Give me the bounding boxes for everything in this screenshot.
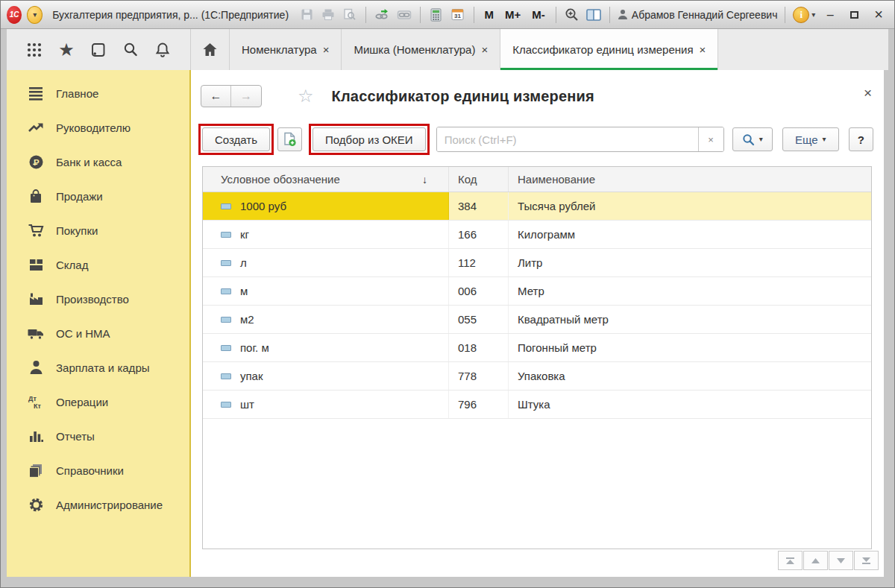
history-button[interactable]: [87, 39, 110, 61]
search-icon: [122, 42, 139, 58]
panel-icons: ★: [7, 29, 191, 70]
go-previous-button[interactable]: [803, 551, 828, 570]
sidebar-item-bank-i-kassa[interactable]: P Банк и касса: [7, 145, 189, 179]
row-name: Погонный метр: [509, 334, 871, 361]
memory-button[interactable]: M: [482, 5, 497, 25]
row-code: 006: [449, 277, 509, 305]
row-code: 166: [449, 221, 509, 248]
element-dash-icon: [221, 317, 231, 323]
back-button[interactable]: ←: [201, 86, 231, 107]
table-row[interactable]: м 006 Метр: [203, 277, 871, 306]
close-window-button[interactable]: ×: [869, 6, 888, 24]
row-code: 384: [449, 192, 509, 220]
calendar-button[interactable]: 31: [450, 5, 466, 25]
table-row[interactable]: упак 778 Упаковка: [203, 362, 871, 391]
close-form-button[interactable]: ×: [864, 85, 872, 101]
go-first-button[interactable]: [778, 551, 803, 570]
sidebar-item-proizvodstvo[interactable]: Производство: [7, 282, 189, 316]
sidebar-item-pokupki[interactable]: Покупки: [7, 213, 189, 247]
memory-minus-button[interactable]: M-: [529, 5, 548, 25]
print-button[interactable]: [320, 5, 336, 25]
search-icon: [742, 133, 755, 146]
current-user[interactable]: Абрамов Геннадий Сергеевич: [618, 9, 778, 21]
sidebar-item-prodazhi[interactable]: Продажи: [7, 179, 189, 213]
tab-home[interactable]: [191, 29, 230, 70]
favorites-button[interactable]: ★: [55, 39, 78, 61]
calculator-button[interactable]: [427, 5, 444, 25]
table-row[interactable]: кг 166 Килограмм: [203, 221, 871, 249]
sidebar-item-spravochniki[interactable]: Справочники: [7, 453, 189, 487]
sidebar-item-label: Склад: [56, 259, 88, 271]
sidebar-item-zarplata-i-kadry[interactable]: Зарплата и кадры: [7, 350, 189, 385]
sidebar-item-os-i-nma[interactable]: ОС и НМА: [7, 316, 189, 350]
table-row[interactable]: 1000 руб 384 Тысяча рублей: [203, 192, 871, 221]
sidebar-item-label: Руководителю: [56, 121, 131, 134]
app-window: 1С ▾ Бухгалтерия предприятия, р... (1С:П…: [0, 0, 895, 588]
sidebar-item-sklad[interactable]: Склад: [7, 247, 189, 282]
table-row[interactable]: пог. м 018 Погонный метр: [203, 334, 871, 362]
close-icon[interactable]: ×: [481, 43, 488, 56]
tab-klassifikator-edinic[interactable]: Классификатор единиц измерения ×: [500, 29, 718, 70]
split-window-button[interactable]: [585, 5, 602, 25]
column-header-code[interactable]: Код: [449, 167, 509, 192]
column-header-name[interactable]: Наименование: [509, 167, 871, 192]
search-input[interactable]: [437, 127, 698, 151]
info-button[interactable]: i ▾: [793, 5, 815, 25]
close-icon[interactable]: ×: [323, 43, 330, 56]
sidebar-item-otchety[interactable]: Отчеты: [7, 419, 189, 453]
sidebar-item-administrirovanie[interactable]: Администрирование: [7, 487, 189, 522]
go-to-link-button[interactable]: [374, 5, 390, 25]
preview-icon: [343, 8, 357, 21]
notifications-button[interactable]: [151, 39, 174, 61]
all-functions-button[interactable]: [23, 39, 45, 61]
print-preview-button[interactable]: [342, 5, 358, 25]
clear-search-button[interactable]: ×: [698, 127, 723, 151]
sidebar-item-glavnoe[interactable]: Главное: [7, 76, 189, 110]
sidebar-item-operatsii[interactable]: ДтКт Операции: [7, 385, 189, 419]
create-new-from-button[interactable]: [277, 127, 302, 151]
go-next-button[interactable]: [829, 551, 853, 570]
sidebar-item-label: Отчеты: [56, 430, 95, 443]
tab-nomenklatura[interactable]: Номенклатура ×: [230, 29, 342, 70]
search-options-button[interactable]: ▾: [732, 127, 773, 151]
chevron-down-icon: ▾: [811, 11, 815, 19]
row-symbol: л: [240, 256, 247, 269]
window-title: Бухгалтерия предприятия, р... (1С:Предпр…: [52, 9, 289, 21]
separator: [365, 7, 366, 23]
create-button[interactable]: Создать: [202, 127, 270, 151]
go-last-button[interactable]: [854, 551, 879, 570]
tab-label: Мишка (Номенклатура): [354, 43, 475, 56]
save-button[interactable]: [298, 5, 315, 25]
forward-button[interactable]: →: [231, 86, 261, 107]
info-icon: i: [793, 7, 809, 23]
table-row[interactable]: м2 055 Квадратный метр: [203, 306, 871, 334]
ruble-circle-icon: P: [26, 154, 45, 170]
maximize-button[interactable]: [845, 6, 864, 24]
grid-menu-icon: [26, 42, 43, 58]
column-header-symbol[interactable]: Условное обозначение ↓: [203, 167, 449, 192]
form-toolbar: Создать Подбор из ОКЕИ × ▾ Еще: [198, 122, 873, 157]
global-search-button[interactable]: [119, 39, 142, 61]
sidebar-item-rukovoditelyu[interactable]: Руководителю: [7, 110, 189, 145]
warehouse-icon: [26, 258, 45, 272]
user-icon: [618, 9, 628, 20]
element-dash-icon: [221, 373, 231, 379]
main-menu-button[interactable]: ▾: [27, 6, 43, 24]
table-header[interactable]: Условное обозначение ↓ Код Наименование: [203, 167, 871, 192]
get-link-button[interactable]: [395, 5, 412, 25]
add-to-favorites-button[interactable]: ☆: [298, 87, 314, 105]
table-row[interactable]: л 112 Литр: [203, 249, 871, 277]
tab-mishka-nomenklatura[interactable]: Мишка (Номенклатура) ×: [342, 29, 500, 70]
zoom-button[interactable]: [564, 5, 580, 25]
table-row[interactable]: шт 796 Штука: [203, 391, 871, 419]
help-button[interactable]: ?: [849, 127, 873, 151]
minimize-button[interactable]: –: [820, 6, 840, 24]
close-icon[interactable]: ×: [700, 43, 706, 56]
separator: [785, 7, 785, 23]
memory-plus-button[interactable]: M+: [502, 5, 524, 25]
more-button[interactable]: Еще ▾: [782, 127, 839, 151]
pick-okei-button-highlight: Подбор из ОКЕИ: [309, 124, 430, 155]
separator: [474, 7, 474, 23]
pick-from-okei-button[interactable]: Подбор из ОКЕИ: [313, 127, 426, 151]
more-label: Еще: [795, 133, 818, 146]
